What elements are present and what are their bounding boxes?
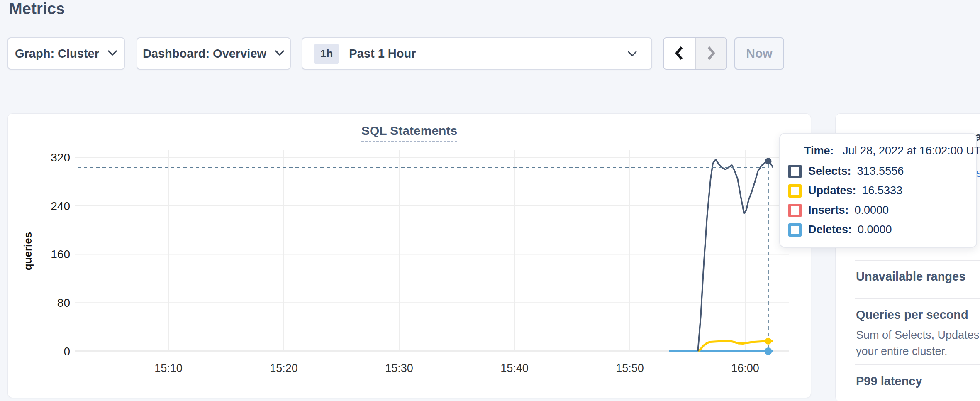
deletes-hover-dot[interactable] (765, 347, 772, 355)
graph-scope-dropdown[interactable]: Graph: Cluster (7, 37, 125, 70)
deletes-legend-swatch (788, 223, 802, 237)
chart-title[interactable]: SQL Statements (361, 124, 457, 142)
tooltip-time-label: Time: (804, 144, 834, 157)
previous-time-window-button[interactable] (664, 38, 695, 69)
next-time-window-button[interactable] (695, 38, 727, 69)
chevron-left-icon (674, 45, 685, 62)
x-axis-tick-label: 15:30 (385, 362, 413, 374)
x-axis-tick-label: 15:50 (616, 362, 644, 374)
sql-statements-chart[interactable]: 08016024032015:1015:2015:3015:4015:5016:… (8, 114, 811, 398)
divider (855, 364, 980, 365)
sidebar-item-p99-latency: P99 latency (856, 374, 922, 388)
x-axis-tick-label: 15:40 (500, 362, 529, 374)
updates-hover-dot[interactable] (765, 338, 772, 345)
y-axis-label: queries (22, 232, 34, 271)
selects-legend-swatch (788, 165, 802, 178)
time-range-badge: 1h (314, 44, 339, 64)
chevron-down-icon (627, 51, 637, 59)
chevron-down-icon (107, 50, 117, 58)
y-axis-tick-label: 0 (63, 345, 70, 358)
tooltip-updates-row: Updates: 16.5333 (788, 181, 966, 200)
dashboard-dropdown[interactable]: Dashboard: Overview (137, 37, 291, 70)
sidebar-item-queries-per-second: Queries per second (856, 308, 968, 322)
now-button[interactable]: Now (734, 37, 784, 70)
selects-hover-dot[interactable] (765, 158, 772, 164)
inserts-legend-swatch (788, 204, 802, 217)
chevron-right-icon (706, 45, 717, 62)
divider (855, 298, 980, 299)
graph-scope-dropdown-label: Graph: Cluster (15, 47, 99, 61)
page-title: Metrics (9, 0, 65, 18)
y-axis-tick-label: 240 (51, 200, 70, 213)
divider (855, 260, 980, 261)
dashboard-dropdown-label: Dashboard: Overview (143, 47, 266, 61)
x-axis-tick-label: 16:00 (731, 362, 759, 374)
x-axis-tick-label: 15:20 (270, 362, 298, 374)
queries-per-second-description: Sum of Selects, Updates, Inser your enti… (856, 327, 980, 359)
y-axis-tick-label: 80 (57, 296, 70, 309)
updates-line[interactable] (698, 341, 773, 351)
tooltip-deletes-row: Deletes: 0.0000 (788, 220, 966, 240)
updates-legend-swatch (788, 184, 802, 198)
x-axis-tick-label: 15:10 (154, 362, 183, 374)
selects-line[interactable] (698, 159, 773, 351)
y-axis-tick-label: 160 (51, 248, 70, 261)
y-axis-tick-label: 320 (51, 151, 70, 164)
sql-statements-chart-card: SQL Statements 08016024032015:1015:2015:… (7, 113, 811, 398)
chart-tooltip: Time: Jul 28, 2022 at 16:02:00 UTC Selec… (779, 133, 977, 248)
tooltip-time-row: Time: Jul 28, 2022 at 16:02:00 UTC (804, 144, 966, 157)
time-range-selector[interactable]: 1h Past 1 Hour (302, 37, 652, 70)
sidebar-item-unavailable-ranges: Unavailable ranges (856, 270, 965, 284)
chevron-down-icon (275, 50, 285, 58)
time-pager (663, 37, 727, 70)
time-range-label: Past 1 Hour (349, 47, 416, 61)
tooltip-selects-row: Selects: 313.5556 (788, 161, 966, 181)
tooltip-time-value: Jul 28, 2022 at 16:02:00 UTC (843, 144, 980, 157)
tooltip-inserts-row: Inserts: 0.0000 (788, 200, 966, 220)
